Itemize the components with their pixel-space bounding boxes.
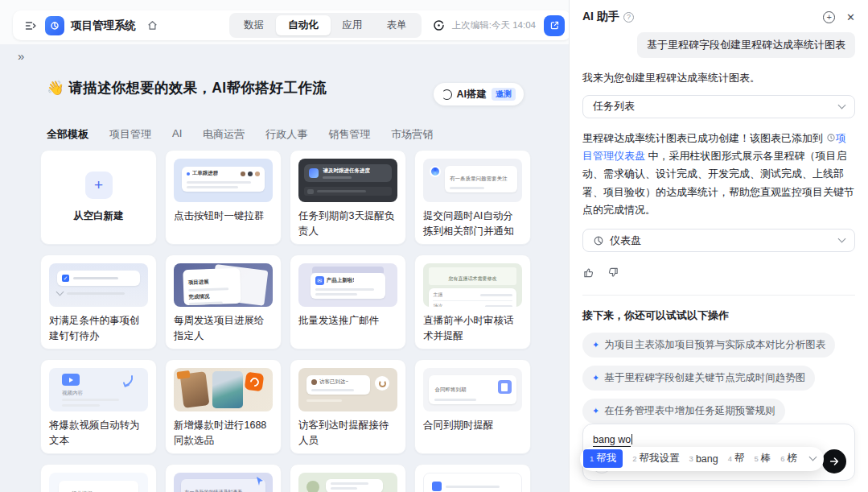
template-card[interactable]: 有一条新的舆情请及时查看 — [165, 464, 282, 492]
ime-composition-text: bang wo — [593, 434, 631, 447]
hero-title: 请描述你想要的效果，AI帮你搭好工作流 — [68, 80, 327, 96]
filter-ecommerce[interactable]: 电商运营 — [203, 127, 245, 142]
card-title: 合同到期时提醒 — [423, 418, 522, 433]
card-title: 任务到期前3天提醒负责人 — [298, 209, 397, 239]
assistant-header: AI 助手 ? + ✕ — [582, 10, 855, 24]
sparkle-icon: ✦ — [592, 340, 599, 350]
home-icon[interactable] — [142, 16, 162, 35]
plus-icon: + — [85, 172, 113, 199]
template-card[interactable] — [414, 464, 531, 492]
feedback-buttons — [582, 267, 855, 279]
avatar — [306, 481, 319, 492]
text-caret — [631, 434, 632, 444]
ai-build-spinner-icon — [442, 89, 452, 100]
filter-marketing[interactable]: 市场营销 — [391, 127, 433, 142]
card-preview: 有一条质量问题需要关注 — [423, 159, 522, 202]
task-list-dropdown-label: 任务列表 — [593, 99, 635, 114]
filter-hr[interactable]: 行政人事 — [265, 127, 307, 142]
app-logo-icon — [45, 16, 64, 35]
template-card[interactable]: 您有直播话术需要修改 主播 场次 — [414, 254, 531, 349]
template-card[interactable]: ✦ 行业情报 — [40, 464, 157, 492]
collapse-sidebar-icon[interactable] — [21, 16, 40, 35]
ime-candidate[interactable]: 3bang — [689, 453, 718, 465]
document-icon — [498, 380, 512, 394]
ime-candidate[interactable]: 4帮 — [728, 452, 745, 465]
dashboard-dropdown[interactable]: 仪表盘 — [582, 229, 855, 252]
card-preview: ✦ 行业情报 — [49, 473, 148, 492]
template-card[interactable]: 请及时跟进任务进度 任务到期前3天提醒负责人 — [290, 150, 406, 245]
template-card[interactable]: 工单跟进群 点击按钮时一键拉群 — [165, 150, 282, 245]
user-message-bubble: 基于里程碑字段创建里程碑达成率统计图表 — [637, 32, 855, 58]
dingtalk-icon — [375, 376, 389, 391]
preview-text: 完成情况 — [188, 292, 237, 301]
preview-text: 项目进展 — [188, 279, 209, 285]
template-card[interactable]: 合同即将到期 合同到期时提醒 — [414, 359, 531, 454]
filter-project-management[interactable]: 项目管理 — [109, 127, 151, 142]
assistant-title: AI 助手 — [582, 10, 619, 24]
template-card[interactable]: 有一条质量问题需要关注 提交问题时AI自动分拣到相关部门并通知 — [414, 150, 531, 245]
dashboard-clock-icon — [826, 133, 836, 143]
tab-data[interactable]: 数据 — [232, 15, 276, 35]
ime-expand-icon[interactable] — [809, 453, 817, 461]
1688-logo-icon — [245, 372, 265, 392]
template-card[interactable]: 视频内容 将爆款视频自动转为文本 — [40, 359, 157, 454]
suggestion-chip[interactable]: ✦基于里程碑字段创建关键节点完成时间趋势图 — [582, 366, 815, 391]
template-card[interactable] — [290, 464, 406, 492]
ai-build-button[interactable]: AI搭建 邀测 — [434, 83, 525, 105]
card-preview — [298, 473, 397, 492]
tab-forms[interactable]: 表单 — [375, 15, 419, 35]
card-preview: 工单跟进群 — [174, 159, 273, 202]
suggestion-chip[interactable]: ✦为项目主表添加项目预算与实际成本对比分析图表 — [582, 333, 835, 358]
task-list-dropdown[interactable]: 任务列表 — [582, 95, 855, 118]
card-title: 从空白新建 — [73, 209, 124, 224]
thumbs-down-icon[interactable] — [607, 267, 619, 279]
ime-candidate-bar: 1帮我 2帮我设置 3bang 4帮 5棒 6榜 — [580, 447, 824, 471]
template-card[interactable]: 项目进展 完成情况 每周发送项目进展给指定人 — [165, 254, 282, 349]
ai-build-label: AI搭建 — [457, 88, 487, 101]
tab-apps[interactable]: 应用 — [331, 15, 375, 35]
card-title: 将爆款视频自动转为文本 — [49, 418, 148, 449]
ime-candidate[interactable]: 6榜 — [780, 452, 797, 465]
template-card-blank[interactable]: + 从空白新建 — [40, 150, 157, 245]
new-chat-icon[interactable]: + — [823, 11, 835, 23]
suggestion-list: ✦为项目主表添加项目预算与实际成本对比分析图表 ✦基于里程碑字段创建关键节点完成… — [582, 333, 855, 424]
template-card[interactable]: 访客已到达~ 访客到达时提醒接待人员 — [290, 359, 406, 454]
preview-text: 有一条质量问题需要关注 — [450, 176, 508, 181]
assistant-result-text: 里程碑达成率统计图表已成功创建！该图表已添加到 项目管理仪表盘 中，采用柱状图形… — [582, 130, 855, 220]
card-preview: 合同即将到期 — [423, 368, 522, 411]
template-card[interactable]: ✉ 产品上新啦! 批量发送推广邮件 — [290, 254, 406, 349]
ime-candidate[interactable]: 1帮我 — [583, 449, 623, 468]
preview-text: 视频内容 — [62, 390, 83, 397]
chat-input[interactable]: bang wo 1帮我 2帮我设置 3bang 4帮 5棒 6榜 — [582, 424, 855, 481]
close-icon[interactable]: ✕ — [846, 11, 855, 23]
send-button[interactable] — [822, 449, 846, 473]
card-title: 提交问题时AI自动分拣到相关部门并通知 — [423, 209, 522, 239]
template-card[interactable]: 新增爆款时进行1688同款选品 — [165, 359, 282, 454]
ime-candidate[interactable]: 2帮我设置 — [632, 452, 679, 465]
filter-all-templates[interactable]: 全部模板 — [47, 127, 88, 142]
tab-automation[interactable]: 自动化 — [276, 15, 331, 35]
preview-text: 场次 — [433, 303, 442, 307]
card-title: 新增爆款时进行1688同款选品 — [174, 418, 273, 449]
card-preview: 请及时跟进任务进度 — [298, 159, 397, 202]
preview-text: 请及时跟进任务进度 — [323, 167, 370, 175]
automation-canvas: » 👋 请描述你想要的效果，AI帮你搭好工作流 AI搭建 邀测 全部模板 项目管… — [0, 44, 569, 492]
template-filter-tabs: 全部模板 项目管理 AI 电商运营 行政人事 销售管理 市场营销 — [47, 127, 433, 142]
filter-sales[interactable]: 销售管理 — [328, 127, 370, 142]
card-preview: 项目进展 完成情况 — [174, 263, 273, 307]
play-icon — [62, 374, 80, 386]
preview-text: 产品上新啦! — [327, 277, 355, 284]
chevron-down-icon — [838, 101, 846, 109]
ime-candidate[interactable]: 5棒 — [755, 452, 771, 465]
history-icon[interactable] — [430, 16, 449, 35]
filter-ai[interactable]: AI — [172, 127, 182, 142]
preview-text: 您有直播话术需要修改 — [448, 276, 496, 281]
pie-chart-icon — [593, 235, 604, 246]
thumbs-up-icon[interactable] — [582, 267, 594, 279]
template-card[interactable]: ✓ 对满足条件的事项创建钉钉待办 — [40, 254, 157, 349]
share-button[interactable] — [544, 15, 565, 36]
card-title: 直播前半小时审核话术并提醒 — [423, 313, 522, 344]
suggestion-chip[interactable]: ✦在任务管理表中增加任务延期预警规则 — [582, 399, 785, 424]
help-icon[interactable]: ? — [623, 12, 634, 23]
expand-panel-icon[interactable]: » — [18, 49, 24, 63]
